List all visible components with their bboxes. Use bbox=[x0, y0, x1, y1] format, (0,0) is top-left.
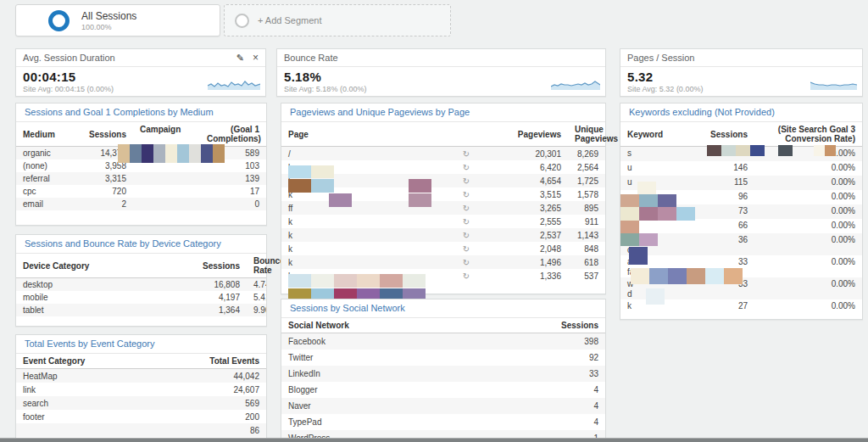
table-cell: k bbox=[281, 242, 449, 255]
table-row: u1150.00% bbox=[620, 176, 862, 190]
table-cell: 1,725 bbox=[568, 174, 605, 187]
table-cell: 618 bbox=[568, 255, 605, 269]
widget-title[interactable]: Sessions by Social Network bbox=[281, 299, 605, 318]
table-cell: 36 bbox=[693, 233, 754, 255]
table-cell: k bbox=[281, 228, 449, 242]
table-row: desktop16,8084.74% bbox=[16, 278, 266, 292]
icon-cell: ↻ bbox=[449, 228, 483, 242]
table-cell: search bbox=[16, 396, 182, 410]
table-cell: 73 bbox=[693, 204, 754, 219]
widget-total-events-by-category: Total Events by Event Category Event Cat… bbox=[15, 334, 267, 442]
goal-label: (Goal 1 Completions) bbox=[207, 125, 259, 143]
table-cell: 3,515 bbox=[483, 187, 568, 201]
table-cell: 2,537 bbox=[483, 228, 568, 242]
scorecard-avg-session-duration: Avg. Session Duration ✎ × 00:04:15 Site … bbox=[15, 48, 266, 97]
open-report-icon[interactable]: ↻ bbox=[463, 271, 470, 281]
table-cell: u bbox=[620, 176, 693, 190]
table-row: /↻20,3018,269 bbox=[281, 147, 605, 161]
redaction-mosaic bbox=[288, 274, 426, 288]
icon-cell: ↻ bbox=[449, 174, 483, 187]
segment-chip-all-sessions[interactable]: All Sessions 100.00% bbox=[15, 4, 220, 36]
open-report-icon[interactable]: ↻ bbox=[463, 231, 470, 240]
open-report-icon[interactable]: ↻ bbox=[463, 217, 470, 227]
icon-cell: ↻ bbox=[449, 269, 483, 283]
close-icon[interactable]: × bbox=[253, 52, 259, 64]
table-cell: 911 bbox=[568, 215, 605, 228]
edit-icon[interactable]: ✎ bbox=[236, 53, 244, 64]
open-report-icon[interactable]: ↻ bbox=[463, 149, 470, 159]
table-cell: 17 bbox=[133, 185, 266, 198]
table-cell: referral bbox=[16, 172, 77, 185]
table-cell: u bbox=[620, 161, 693, 176]
table-cell: 848 bbox=[568, 242, 605, 255]
table-cell: 33 bbox=[532, 366, 605, 382]
scorecard-title[interactable]: Bounce Rate bbox=[284, 53, 598, 63]
column-header: Sessions bbox=[532, 318, 605, 333]
table-cell: email bbox=[16, 198, 77, 210]
column-header-icon-spacer bbox=[449, 122, 483, 147]
redaction-mosaic bbox=[629, 247, 648, 265]
table-cell: 537 bbox=[568, 269, 605, 283]
open-report-icon[interactable]: ↻ bbox=[463, 190, 470, 199]
redaction-mosaic bbox=[288, 179, 334, 193]
column-header: Bounce Rate bbox=[247, 254, 266, 278]
table-row: k↻1,496618 bbox=[281, 255, 605, 269]
table-row: LinkedIn33 bbox=[281, 366, 605, 382]
table-cell: 9.90% bbox=[247, 304, 266, 316]
table-cell: 1,496 bbox=[483, 255, 568, 269]
icon-cell: ↻ bbox=[449, 160, 483, 174]
widget-title[interactable]: Keywords excluding (Not Provided) bbox=[620, 104, 862, 122]
column-header: Sessions bbox=[77, 122, 133, 147]
table-cell: 2 bbox=[77, 198, 133, 210]
add-segment-circle-icon bbox=[235, 14, 249, 28]
column-header: Unique Pageviews bbox=[568, 122, 605, 147]
table-cell: 569 bbox=[182, 396, 266, 410]
add-segment-label: + Add Segment bbox=[258, 15, 322, 25]
window-bottom-edge bbox=[0, 438, 868, 442]
table-cell: 6,420 bbox=[483, 160, 568, 174]
table-row: k↻2,555911 bbox=[281, 215, 605, 228]
table-cell: tablet bbox=[16, 304, 148, 316]
table-row: u1460.00% bbox=[620, 161, 862, 176]
segment-percent: 100.00% bbox=[81, 23, 136, 31]
column-header: Pageviews bbox=[483, 122, 568, 147]
widget-title[interactable]: Total Events by Event Category bbox=[16, 335, 266, 354]
scorecard-title[interactable]: Pages / Session bbox=[627, 53, 855, 63]
add-segment-button[interactable]: + Add Segment bbox=[224, 4, 451, 36]
redaction-mosaic bbox=[620, 194, 676, 207]
widget-sessions-by-social-network: Sessions by Social Network Social Networ… bbox=[281, 299, 606, 442]
table-cell: Facebook bbox=[281, 333, 532, 350]
table-cell: 0.00% bbox=[754, 161, 862, 176]
open-report-icon[interactable]: ↻ bbox=[463, 163, 470, 172]
widget-title[interactable]: Pageviews and Unique Pageviews by Page bbox=[281, 104, 605, 122]
table-cell: footer bbox=[16, 410, 182, 423]
scorecard-title[interactable]: Avg. Session Duration bbox=[23, 53, 236, 63]
table-cell: mobile bbox=[16, 291, 148, 304]
widget-title[interactable]: Sessions and Goal 1 Completions by Mediu… bbox=[16, 104, 266, 122]
icon-cell: ↻ bbox=[449, 215, 483, 228]
segment-label: All Sessions bbox=[81, 10, 136, 22]
open-report-icon[interactable]: ↻ bbox=[463, 244, 470, 254]
widget-keywords-excluding-not-provided: Keywords excluding (Not Provided) Keywor… bbox=[620, 103, 863, 320]
table-row: Facebook398 bbox=[281, 333, 605, 350]
table-cell: 0 bbox=[133, 198, 266, 210]
table-cell: 27 bbox=[693, 299, 754, 314]
table-cell: cpc bbox=[16, 185, 77, 198]
table-cell: 66 bbox=[693, 219, 754, 233]
open-report-icon[interactable]: ↻ bbox=[463, 258, 470, 267]
table-row: TypePad4 bbox=[281, 414, 605, 430]
open-report-icon[interactable]: ↻ bbox=[463, 176, 470, 186]
table-row: b660.00% bbox=[620, 219, 862, 233]
table-row: link24,607 bbox=[16, 383, 266, 396]
table-cell: 398 bbox=[532, 333, 605, 350]
table-cell: k bbox=[281, 255, 449, 269]
open-report-icon[interactable]: ↻ bbox=[463, 204, 470, 213]
table-row: footer200 bbox=[16, 410, 266, 423]
icon-cell: ↻ bbox=[449, 147, 483, 161]
scorecard-pages-per-session: Pages / Session 5.32 Site Avg: 5.32 (0.0… bbox=[620, 48, 863, 97]
table-row: mobile4,1975.41% bbox=[16, 291, 266, 304]
widget-title[interactable]: Sessions and Bounce Rate by Device Categ… bbox=[16, 235, 266, 254]
campaign-label: Campaign bbox=[140, 125, 181, 134]
table-cell: 139 bbox=[133, 172, 266, 185]
table-row: k↻2,5371,143 bbox=[281, 228, 605, 242]
